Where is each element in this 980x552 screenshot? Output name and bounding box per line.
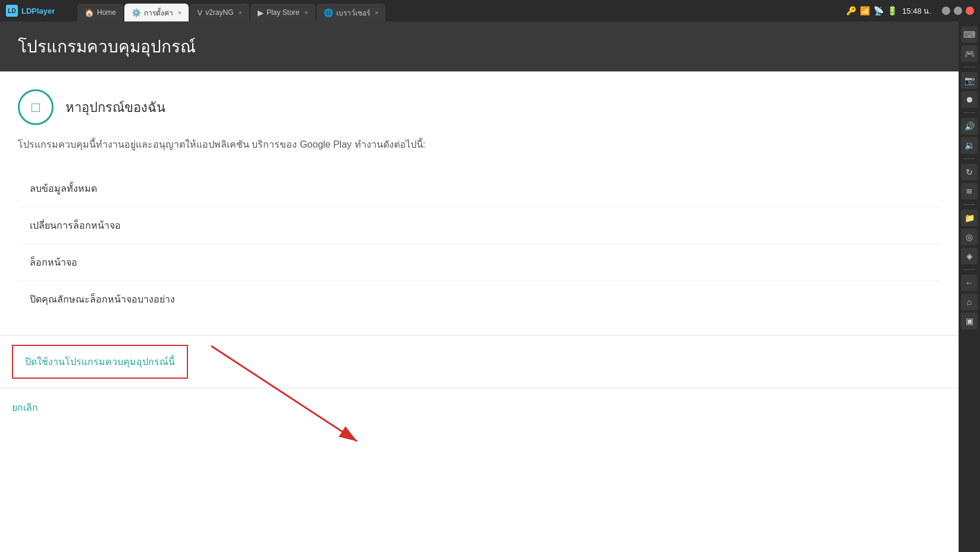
app-name-label: หาอุปกรณ์ของฉัน (65, 97, 165, 118)
tab-icon-settings: ⚙️ (131, 8, 141, 17)
volume-up-icon[interactable]: 🔊 (961, 118, 978, 135)
tab-icon-playstore: ▶ (258, 8, 264, 17)
close-button[interactable] (966, 7, 974, 15)
network-icon: 📡 (873, 6, 884, 15)
tab-close-v2rayng[interactable]: × (238, 9, 242, 16)
cancel-button[interactable]: ยกเลิก (0, 388, 50, 427)
deactivate-button[interactable]: ปิดใช้งานโปรแกรมควบคุมอุปกรณ์นี้ (12, 345, 188, 379)
keyboard-icon[interactable]: ⌨ (961, 26, 978, 43)
app-logo[interactable]: LD LDPlayer (0, 5, 77, 17)
sidebar-divider-5 (963, 269, 975, 270)
app-icon-symbol: □ (32, 99, 40, 116)
ld-icon: LD (6, 5, 18, 17)
clock: 15:48 น. (902, 5, 931, 17)
app-header: □ หาอุปกรณ์ของฉัน (18, 89, 941, 125)
tab-label-browser: เบราว์เซอร์ (336, 7, 370, 18)
record-icon[interactable]: ⏺ (961, 91, 978, 108)
tab-close-browser[interactable]: × (375, 9, 378, 16)
content-body: □ หาอุปกรณ์ของฉัน โปรแกรมควบคุมนี้ทำงานอ… (0, 71, 959, 335)
tab-label-v2rayng: v2rayNG (205, 8, 233, 17)
wifi-icon: 📶 (860, 6, 870, 15)
tab-settings[interactable]: ⚙️การตั้งค่า× (124, 4, 189, 21)
permissions-list: ลบข้อมูลทั้งหมดเปลี่ยนการล็อกหน้าจอล็อกห… (18, 170, 941, 317)
app-name: LDPlayer (21, 7, 55, 15)
permission-item: ลบข้อมูลทั้งหมด (18, 170, 941, 207)
deactivate-wrapper: ปิดใช้งานโปรแกรมควบคุมอุปกรณ์นี้ (0, 336, 959, 388)
tab-label-playstore: Play Store (267, 8, 299, 17)
sidebar-divider-4 (963, 204, 975, 205)
location-icon[interactable]: ◎ (961, 229, 978, 245)
back-arrow-icon[interactable]: ← (961, 275, 978, 291)
bottom-actions: ปิดใช้งานโปรแกรมควบคุมอุปกรณ์นี้ ยกเลิก (0, 336, 959, 427)
tab-icon-home: 🏠 (84, 8, 94, 17)
tab-icon-v2rayng: V (197, 8, 202, 17)
app-description: โปรแกรมควบคุมนี้ทำงานอยู่และอนุญาตให้แอป… (18, 137, 941, 152)
tab-icon-browser: 🌐 (324, 8, 333, 17)
tab-home[interactable]: 🏠Home (77, 4, 123, 21)
tab-label-settings: การตั้งค่า (144, 7, 173, 18)
key-icon: 🔑 (846, 6, 856, 15)
home-nav-icon[interactable]: ⌂ (961, 294, 978, 310)
sidebar-divider-1 (963, 67, 975, 67)
status-icons: 🔑 📶 📡 🔋 (846, 6, 897, 15)
maximize-button[interactable] (954, 7, 962, 15)
minimize-button[interactable] (942, 7, 950, 15)
shake-icon[interactable]: ≋ (961, 183, 978, 199)
sidebar-divider-3 (963, 158, 975, 159)
tabs-area: 🏠Home⚙️การตั้งค่า×Vv2rayNG×▶Play Store×🌐… (77, 0, 840, 21)
tab-close-playstore[interactable]: × (304, 9, 308, 16)
volume-down-icon[interactable]: 🔉 (961, 137, 978, 154)
recents-icon[interactable]: ▣ (961, 313, 978, 329)
tab-label-home: Home (97, 8, 116, 17)
right-sidebar: ⌨ 🎮 📷 ⏺ 🔊 🔉 ↻ ≋ 📁 ◎ ◈ ← ⌂ ▣ (959, 21, 980, 552)
permission-item: เปลี่ยนการล็อกหน้าจอ (18, 207, 941, 244)
rotate-icon[interactable]: ↻ (961, 164, 978, 180)
app-icon-circle: □ (18, 89, 54, 125)
battery-icon: 🔋 (887, 6, 897, 15)
window-controls (942, 7, 974, 15)
titlebar-right: 🔑 📶 📡 🔋 15:48 น. (840, 5, 980, 17)
screenshot-icon[interactable]: 📷 (961, 72, 978, 89)
tab-v2rayng[interactable]: Vv2rayNG× (190, 4, 249, 21)
main-content: โปรแกรมควบคุมอุปกรณ์ □ หาอุปกรณ์ของฉัน โ… (0, 21, 959, 552)
haptic-icon[interactable]: ◈ (961, 248, 978, 264)
sidebar-divider-2 (963, 113, 975, 113)
permission-item: ล็อกหน้าจอ (18, 244, 941, 280)
page-title: โปรแกรมควบคุมอุปกรณ์ (18, 33, 941, 60)
tab-playstore[interactable]: ▶Play Store× (251, 4, 315, 21)
gamepad-icon[interactable]: 🎮 (961, 45, 978, 62)
permission-item: ปิดคุณลักษณะล็อกหน้าจอบางอย่าง (18, 280, 941, 317)
tab-browser[interactable]: 🌐เบราว์เซอร์× (317, 4, 386, 21)
tab-close-settings[interactable]: × (178, 9, 181, 16)
folder-icon[interactable]: 📁 (961, 210, 978, 226)
page-header: โปรแกรมควบคุมอุปกรณ์ (0, 21, 959, 71)
titlebar: LD LDPlayer 🏠Home⚙️การตั้งค่า×Vv2rayNG×▶… (0, 0, 980, 21)
